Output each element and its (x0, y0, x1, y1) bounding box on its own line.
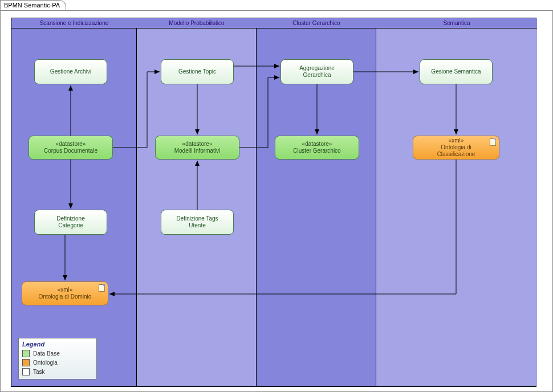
tab-label: BPMN Semantic-PA (4, 2, 60, 9)
xml-ontologia-classificazione[interactable]: «xml» Ontologia di Classificazione (413, 136, 499, 160)
lane-header-3: Cluster Gerarchico (257, 18, 376, 28)
swatch-database (22, 350, 30, 357)
legend: Legend Data Base Ontologia Task (18, 338, 97, 379)
lane-header-1: Scansione e Indicizzazione (11, 18, 137, 28)
legend-row-database: Data Base (22, 350, 93, 357)
swatch-ontologia (22, 359, 30, 366)
document-icon (99, 284, 105, 292)
legend-row-task: Task (22, 368, 93, 375)
datastore-corpus-documentale[interactable]: «datastore» Corpus Documentale (29, 136, 113, 160)
task-gestione-semantica[interactable]: Gesione Semantica (420, 59, 493, 84)
lane-header-4: Semantica (376, 18, 537, 28)
diagram-tab[interactable]: BPMN Semantic-PA (0, 0, 66, 10)
datastore-modelli-informativi[interactable]: «datastore» Modelli Informativi (155, 136, 239, 160)
document-icon (490, 138, 496, 146)
lane-header-2: Modello Probabilistico (137, 18, 257, 28)
legend-row-ontologia: Ontologia (22, 359, 93, 366)
task-gestione-archivi[interactable]: Gestione Archivi (34, 59, 107, 84)
xml-ontologia-dominio[interactable]: «xml» Ontologia di Dominio (22, 281, 108, 305)
datastore-cluster-gerarchico[interactable]: «datastore» Cluster Gerarchico (275, 136, 359, 160)
pool: Scansione e Indicizzazione Modello Proba… (11, 18, 536, 387)
legend-title: Legend (22, 341, 93, 348)
diagram-canvas: Scansione e Indicizzazione Modello Proba… (0, 10, 553, 392)
task-aggregazione-gerarchica[interactable]: Aggregazione Gerarchica (280, 59, 353, 84)
task-definizione-tags-utente[interactable]: Definizione Tags Utente (161, 210, 234, 235)
task-definizione-categorie[interactable]: Definizione Categorie (34, 210, 107, 235)
task-gestione-topic[interactable]: Gestione Topic (161, 59, 234, 84)
swatch-task (22, 368, 30, 375)
